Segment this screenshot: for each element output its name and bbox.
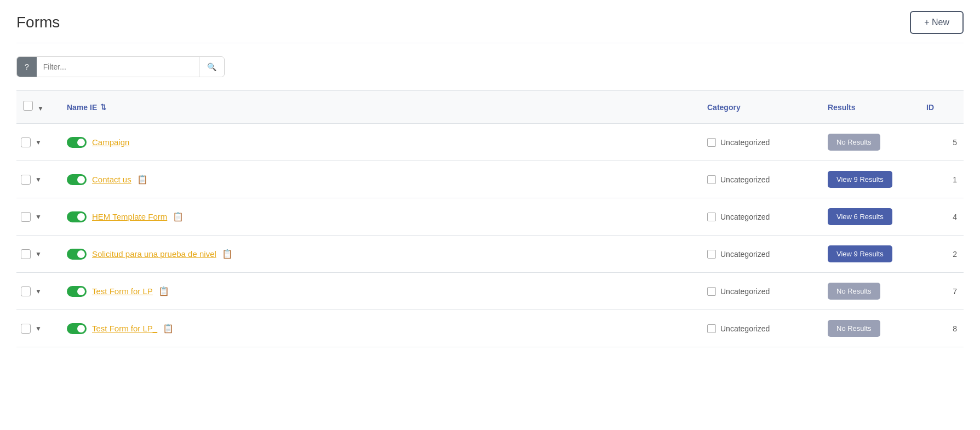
form-name-link[interactable]: Test Form for LP_	[92, 324, 157, 333]
header-dropdown-button[interactable]: ▼	[35, 104, 46, 113]
row-dropdown-button[interactable]: ▼	[33, 175, 44, 185]
row-name-cell: Test Form for LP_ 📋	[60, 323, 701, 334]
view-results-button[interactable]: View 9 Results	[828, 171, 892, 188]
row-controls: ▼	[16, 286, 60, 296]
category-checkbox[interactable]	[707, 287, 716, 296]
row-id-cell: 8	[920, 324, 964, 333]
row-category-cell: Uncategorized	[701, 213, 821, 221]
row-results-cell: View 6 Results	[821, 208, 920, 225]
search-icon: 🔍	[207, 62, 216, 71]
copy-icon[interactable]: 📋	[137, 174, 148, 185]
category-label: Uncategorized	[720, 138, 770, 147]
toggle-switch[interactable]	[67, 137, 87, 148]
row-checkbox[interactable]	[21, 175, 31, 185]
row-id-cell: 7	[920, 287, 964, 296]
row-controls: ▼	[16, 249, 60, 259]
row-controls: ▼	[16, 175, 60, 185]
header-results-col: Results	[821, 99, 920, 116]
row-dropdown-button[interactable]: ▼	[33, 137, 44, 147]
toggle-switch[interactable]	[67, 323, 87, 334]
toggle-switch[interactable]	[67, 249, 87, 260]
view-results-button[interactable]: View 9 Results	[828, 245, 892, 262]
header-category-col: Category	[701, 99, 821, 116]
row-checkbox[interactable]	[21, 324, 31, 334]
row-category-cell: Uncategorized	[701, 324, 821, 333]
category-checkbox[interactable]	[707, 250, 716, 259]
row-results-cell: View 9 Results	[821, 171, 920, 188]
header-name-label: Name IE	[67, 103, 97, 112]
row-results-cell: View 9 Results	[821, 245, 920, 262]
row-results-cell: No Results	[821, 283, 920, 300]
copy-icon[interactable]: 📋	[173, 211, 184, 222]
form-name-link[interactable]: Test Form for LP	[92, 286, 153, 296]
table-row: ▼ HEM Template Form 📋 Uncategorized View…	[16, 198, 964, 236]
row-checkbox[interactable]	[21, 212, 31, 222]
row-category-cell: Uncategorized	[701, 287, 821, 296]
forms-table: ▼ Name IE ⇅ Category Results ID ▼ Campai…	[16, 90, 964, 347]
filter-input[interactable]	[37, 57, 199, 77]
toggle-slider	[67, 211, 87, 222]
table-header: ▼ Name IE ⇅ Category Results ID	[16, 90, 964, 124]
row-name-cell: HEM Template Form 📋	[60, 211, 701, 222]
category-checkbox[interactable]	[707, 175, 716, 184]
copy-icon[interactable]: 📋	[158, 286, 169, 296]
category-label: Uncategorized	[720, 175, 770, 184]
toggle-slider	[67, 286, 87, 297]
row-checkbox[interactable]	[21, 286, 31, 296]
category-label: Uncategorized	[720, 287, 770, 296]
category-checkbox[interactable]	[707, 138, 716, 147]
table-row: ▼ Campaign Uncategorized No Results 5	[16, 124, 964, 161]
row-name-cell: Contact us 📋	[60, 174, 701, 185]
no-results-button: No Results	[828, 320, 880, 337]
header-checkbox-col: ▼	[16, 96, 60, 118]
category-checkbox[interactable]	[707, 324, 716, 333]
filter-help-button[interactable]: ?	[17, 57, 37, 77]
category-label: Uncategorized	[720, 213, 770, 221]
category-checkbox[interactable]	[707, 213, 716, 221]
copy-icon[interactable]: 📋	[163, 323, 174, 334]
page-title: Forms	[16, 14, 60, 31]
row-category-cell: Uncategorized	[701, 138, 821, 147]
table-row: ▼ Test Form for LP 📋 Uncategorized No Re…	[16, 273, 964, 310]
toggle-slider	[67, 174, 87, 185]
row-checkbox[interactable]	[21, 137, 31, 147]
row-id-cell: 2	[920, 250, 964, 259]
row-results-cell: No Results	[821, 320, 920, 337]
toggle-slider	[67, 323, 87, 334]
row-id-cell: 1	[920, 175, 964, 184]
toggle-slider	[67, 249, 87, 260]
toggle-switch[interactable]	[67, 211, 87, 222]
row-dropdown-button[interactable]: ▼	[33, 324, 44, 334]
forms-page: Forms + New ? 🔍 ▼ Name IE ⇅ Category Res…	[0, 0, 980, 430]
row-dropdown-button[interactable]: ▼	[33, 212, 44, 222]
row-checkbox[interactable]	[21, 249, 31, 259]
form-name-link[interactable]: Contact us	[92, 175, 131, 184]
row-results-cell: No Results	[821, 134, 920, 151]
row-dropdown-button[interactable]: ▼	[33, 286, 44, 296]
page-header: Forms + New	[16, 11, 964, 43]
toggle-slider	[67, 137, 87, 148]
form-name-link[interactable]: Solicitud para una prueba de nivel	[92, 249, 216, 259]
filter-bar: ? 🔍	[16, 56, 225, 77]
table-row: ▼ Test Form for LP_ 📋 Uncategorized No R…	[16, 310, 964, 347]
select-all-checkbox[interactable]	[23, 101, 33, 111]
toggle-switch[interactable]	[67, 174, 87, 185]
sort-icon[interactable]: ⇅	[100, 103, 106, 111]
form-name-link[interactable]: Campaign	[92, 137, 129, 147]
question-icon: ?	[25, 62, 29, 71]
filter-search-button[interactable]: 🔍	[199, 57, 224, 77]
copy-icon[interactable]: 📋	[222, 249, 233, 259]
new-button[interactable]: + New	[910, 11, 964, 34]
table-row: ▼ Contact us 📋 Uncategorized View 9 Resu…	[16, 161, 964, 198]
row-name-cell: Test Form for LP 📋	[60, 286, 701, 297]
view-results-button[interactable]: View 6 Results	[828, 208, 892, 225]
row-id-cell: 4	[920, 213, 964, 221]
category-label: Uncategorized	[720, 324, 770, 333]
row-category-cell: Uncategorized	[701, 175, 821, 184]
row-controls: ▼	[16, 137, 60, 147]
category-label: Uncategorized	[720, 250, 770, 259]
form-name-link[interactable]: HEM Template Form	[92, 212, 167, 221]
row-dropdown-button[interactable]: ▼	[33, 249, 44, 259]
header-name-col: Name IE ⇅	[60, 99, 701, 116]
toggle-switch[interactable]	[67, 286, 87, 297]
